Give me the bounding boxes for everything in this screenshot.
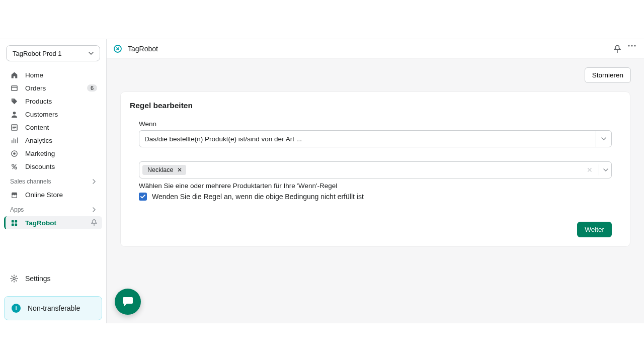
banner-text: Non-transferable <box>28 304 80 312</box>
invert-row: Wenden Sie die Regel an, wenn die obige … <box>139 193 612 201</box>
svg-rect-9 <box>15 220 17 222</box>
nav-online-store[interactable]: Online Store <box>4 188 102 201</box>
chevron-right-icon <box>92 179 96 184</box>
marketing-icon <box>10 149 18 157</box>
svg-rect-8 <box>11 220 14 222</box>
orders-count-badge: 6 <box>87 84 97 92</box>
section-label: Apps <box>10 206 24 213</box>
store-icon <box>10 191 18 199</box>
next-button[interactable]: Weiter <box>577 222 612 237</box>
section-sales-channels[interactable]: Sales channels <box>4 173 102 188</box>
app-header: TagRobot <box>107 39 644 58</box>
pin-icon[interactable] <box>614 45 621 53</box>
svg-point-6 <box>12 164 14 166</box>
nav-label: Home <box>25 71 43 79</box>
more-icon[interactable] <box>628 45 636 53</box>
nav-label: Marketing <box>25 150 55 157</box>
svg-rect-11 <box>15 223 17 226</box>
when-label: Wenn <box>139 120 612 128</box>
sidebar: TagRobot Prod 1 Home Orders 6 Products C… <box>0 39 107 323</box>
browser-chrome-gap <box>0 0 644 39</box>
gear-icon <box>10 275 18 283</box>
section-apps[interactable]: Apps <box>4 201 102 216</box>
card-footer: Weiter <box>139 222 612 237</box>
nav-label: Discounts <box>25 163 55 170</box>
nav-label: TagRobot <box>25 219 56 227</box>
store-selector-label: TagRobot Prod 1 <box>13 50 62 57</box>
tag-icon <box>10 97 18 105</box>
action-row: Stornieren <box>107 58 644 83</box>
app-shell: TagRobot Prod 1 Home Orders 6 Products C… <box>0 39 644 323</box>
chevron-down-icon <box>599 164 608 175</box>
main: TagRobot Stornieren Regel bearbeiten Wen… <box>107 39 644 323</box>
nav-label: Content <box>25 124 49 131</box>
nav-label: Online Store <box>25 191 63 199</box>
invert-label: Wenden Sie die Regel an, wenn die obige … <box>152 193 364 201</box>
nav-label: Analytics <box>25 137 52 144</box>
pin-icon[interactable] <box>91 219 97 226</box>
svg-rect-10 <box>11 223 14 226</box>
app-icon <box>10 219 18 227</box>
store-selector[interactable]: TagRobot Prod 1 <box>6 45 100 61</box>
nav-orders[interactable]: Orders 6 <box>4 81 102 95</box>
nav-analytics[interactable]: Analytics <box>4 134 102 147</box>
rule-card: Regel bearbeiten Wenn Das/die bestellte(… <box>121 92 630 246</box>
analytics-icon <box>10 136 18 144</box>
nav-discounts[interactable]: Discounts <box>4 160 102 173</box>
svg-point-12 <box>13 278 15 280</box>
discount-icon <box>10 162 18 170</box>
cancel-button[interactable]: Stornieren <box>585 67 631 83</box>
tag-chip: Necklace ✕ <box>142 165 186 175</box>
nav-content[interactable]: Content <box>4 121 102 134</box>
info-icon: i <box>12 304 21 313</box>
nav-label: Products <box>25 98 52 105</box>
home-icon <box>10 71 18 79</box>
nav-marketing[interactable]: Marketing <box>4 147 102 160</box>
chevron-right-icon <box>92 207 96 212</box>
clear-all-icon[interactable]: ✕ <box>584 166 596 174</box>
content-icon <box>10 123 18 131</box>
nav-settings[interactable]: Settings <box>4 271 102 286</box>
svg-point-5 <box>13 152 16 155</box>
svg-point-2 <box>13 111 16 114</box>
nav-label: Customers <box>25 111 58 118</box>
nav-products[interactable]: Products <box>4 95 102 108</box>
orders-icon <box>10 84 18 92</box>
chat-fab[interactable] <box>115 289 141 315</box>
remove-tag-icon[interactable]: ✕ <box>176 167 183 173</box>
svg-point-7 <box>15 167 17 169</box>
user-icon <box>10 110 18 118</box>
nav-home[interactable]: Home <box>4 68 102 81</box>
chevron-down-icon <box>596 131 606 147</box>
product-type-multiselect[interactable]: Necklace ✕ ✕ <box>139 161 612 178</box>
nav-tagrobot[interactable]: TagRobot <box>4 216 102 229</box>
svg-rect-0 <box>11 85 17 90</box>
svg-point-15 <box>631 45 632 46</box>
tagrobot-logo-icon <box>113 44 123 54</box>
svg-point-14 <box>628 45 629 46</box>
nav-customers[interactable]: Customers <box>4 108 102 121</box>
svg-point-1 <box>12 99 13 100</box>
app-header-actions <box>614 45 636 53</box>
chevron-down-icon <box>89 52 94 55</box>
condition-select[interactable]: Das/die bestellte(n) Produkt(e) ist/sind… <box>139 130 612 147</box>
invert-checkbox[interactable] <box>139 193 147 201</box>
info-banner: i Non-transferable <box>4 296 102 320</box>
section-label: Sales channels <box>10 178 51 185</box>
tag-label: Necklace <box>147 166 173 173</box>
app-title: TagRobot <box>128 45 158 53</box>
multiselect-hint: Wählen Sie eine oder mehrere Produktarte… <box>139 182 612 190</box>
svg-point-16 <box>634 45 635 46</box>
condition-value: Das/die bestellte(n) Produkt(e) ist/sind… <box>144 135 596 143</box>
nav-label: Orders <box>25 84 46 92</box>
card-title: Regel bearbeiten <box>130 101 621 110</box>
nav-label: Settings <box>25 275 51 283</box>
